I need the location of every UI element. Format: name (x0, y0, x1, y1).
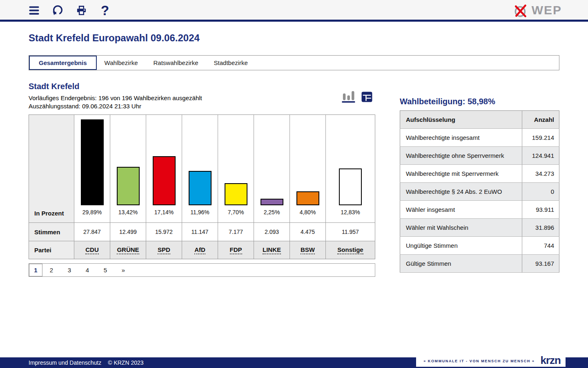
chart-view-button[interactable] (341, 89, 356, 104)
turnout-row-value: 93.167 (522, 255, 559, 273)
turnout-row-label: Wahlberechtigte ohne Sperrvermerk (400, 147, 522, 165)
turnout-row-value: 31.896 (522, 219, 559, 237)
turnout-row-value: 744 (522, 237, 559, 255)
percent-label-cdu: 29,89% (74, 205, 110, 222)
party-cell-linke: LINKE (254, 241, 290, 259)
header-divider (0, 20, 588, 22)
chart-column-spd: 17,14% (146, 115, 182, 222)
page-button-1[interactable]: 1 (29, 264, 42, 276)
party-link-spd[interactable]: SPD (158, 246, 170, 254)
percent-row-label: In Prozent (29, 115, 74, 222)
turnout-row-label: Wahlberechtigte insgesamt (400, 129, 522, 147)
turnout-col-label: Aufschlüsselung (400, 111, 522, 129)
print-icon[interactable] (75, 4, 87, 16)
votes-value-cdu: 27.847 (74, 222, 110, 241)
chart-column-fdp: 7,70% (218, 115, 254, 222)
party-row-label: Partei (29, 241, 74, 259)
krzn-logo: » KOMMUNALE IT - VON MENSCH ZU MENSCH « … (416, 355, 566, 367)
turnout-row-label: Gültige Stimmen (400, 255, 522, 273)
chart-column-cdu: 29,89% (74, 115, 110, 222)
bar-fdp (225, 183, 247, 205)
turnout-row-label: Ungültige Stimmen (400, 237, 522, 255)
party-cell-grüne: GRÜNE (110, 241, 146, 259)
krzn-logo-text: krzn (541, 355, 561, 367)
bar-cdu (81, 119, 104, 205)
turnout-row: Gültige Stimmen93.167 (400, 255, 559, 273)
krzn-tagline: » KOMMUNALE IT - VON MENSCH ZU MENSCH « (423, 359, 535, 363)
chart-column-bsw: 4,80% (290, 115, 325, 222)
votes-value-afd: 11.147 (182, 222, 218, 241)
turnout-row: Wahlberechtigte mit Sperrvermerk34.273 (400, 165, 559, 183)
impressum-link[interactable]: Impressum und Datenschutz (29, 359, 101, 366)
results-grid: In Prozent29,89%13,42%17,14%11,96%7,70%2… (29, 114, 375, 259)
turnout-row: Wahlberechtigte insgesamt159.214 (400, 129, 559, 147)
page-button-2[interactable]: 2 (42, 264, 60, 276)
turnout-table: Aufschlüsselung Anzahl Wahlberechtigte i… (400, 110, 559, 273)
turnout-body: Wahlberechtigte insgesamt159.214Wahlbere… (400, 129, 559, 273)
result-area-title: Stadt Krefeld (29, 82, 375, 91)
turnout-row-value: 0 (522, 183, 559, 201)
results-section: Stadt Krefeld Vorläufiges Endergebnis: 1… (29, 79, 375, 277)
party-cell-fdp: FDP (218, 241, 254, 259)
page-button-4[interactable]: 4 (78, 264, 96, 276)
pagination: 12345» (29, 263, 375, 277)
chart-column-afd: 11,96% (182, 115, 218, 222)
tab-stadtbezirke[interactable]: Stadtbezirke (206, 56, 256, 70)
tab-gesamtergebnis[interactable]: Gesamtergebnis (29, 56, 97, 70)
party-cell-afd: AfD (182, 241, 218, 259)
percent-label-linke: 2,25% (254, 205, 290, 222)
votes-value-grüne: 12.499 (110, 222, 146, 241)
wep-logo-text: WEP (532, 3, 562, 17)
turnout-row-value: 93.911 (522, 201, 559, 219)
status-line-2: Auszählungsstand: 09.06.2024 21:33 Uhr (29, 102, 375, 110)
wep-logo: WEP (513, 2, 562, 18)
bar-spd (153, 156, 176, 205)
percent-label-bsw: 4,80% (290, 205, 325, 222)
top-toolbar: ? WEP (0, 0, 588, 20)
menu-icon[interactable] (28, 4, 40, 16)
votes-value-linke: 2.093 (254, 222, 290, 241)
turnout-row: Wahlberechtigte ohne Sperrvermerk124.941 (400, 147, 559, 165)
party-link-linke[interactable]: LINKE (263, 246, 281, 254)
votes-value-bsw: 4.475 (290, 222, 325, 241)
party-cell-bsw: BSW (290, 241, 325, 259)
chart-column-linke: 2,25% (254, 115, 290, 222)
percent-label-afd: 11,96% (182, 205, 218, 222)
page-title: Stadt Krefeld Europawahl 09.06.2024 (29, 32, 559, 44)
tab-ratswahlbezirke[interactable]: Ratswahlbezirke (146, 56, 206, 70)
copyright: © KRZN 2023 (108, 359, 143, 366)
turnout-col-value: Anzahl (522, 111, 559, 129)
party-link-sonstige[interactable]: Sonstige (337, 246, 363, 254)
turnout-header-row: Aufschlüsselung Anzahl (400, 111, 559, 129)
page-button-3[interactable]: 3 (60, 264, 78, 276)
page-button-5[interactable]: 5 (96, 264, 114, 276)
party-link-cdu[interactable]: CDU (85, 246, 99, 254)
chart-column-sonstige: 12,83% (325, 115, 375, 222)
turnout-row-label: Wähler mit Wahlschein (400, 219, 522, 237)
tab-wahlbezirke[interactable]: Wahlbezirke (97, 56, 146, 70)
percent-label-spd: 17,14% (146, 205, 182, 222)
turnout-row-label: Wähler insgesamt (400, 201, 522, 219)
party-link-bsw[interactable]: BSW (301, 246, 315, 254)
party-link-fdp[interactable]: FDP (230, 246, 242, 254)
status-lines: Vorläufiges Endergebnis: 196 von 196 Wah… (29, 94, 375, 110)
votes-value-fdp: 7.177 (218, 222, 254, 241)
turnout-section: Wahlbeteiligung: 58,98% Aufschlüsselung … (400, 79, 559, 273)
help-icon[interactable]: ? (99, 4, 111, 16)
party-link-afd[interactable]: AfD (194, 246, 205, 254)
percent-label-grüne: 13,42% (110, 205, 146, 222)
bar-grüne (117, 167, 140, 205)
tab-bar: GesamtergebnisWahlbezirkeRatswahlbezirke… (29, 55, 559, 70)
refresh-icon[interactable] (51, 4, 64, 16)
page-next-button[interactable]: » (114, 264, 132, 276)
party-cell-cdu: CDU (74, 241, 110, 259)
turnout-title: Wahlbeteiligung: 58,98% (400, 97, 559, 106)
status-line-1: Vorläufiges Endergebnis: 196 von 196 Wah… (29, 94, 375, 102)
table-view-button[interactable] (361, 91, 373, 104)
percent-label-sonstige: 12,83% (326, 205, 375, 222)
bar-bsw (296, 191, 319, 205)
bar-afd (189, 171, 212, 205)
turnout-row-value: 34.273 (522, 165, 559, 183)
party-link-grüne[interactable]: GRÜNE (117, 246, 139, 254)
party-cell-spd: SPD (146, 241, 182, 259)
